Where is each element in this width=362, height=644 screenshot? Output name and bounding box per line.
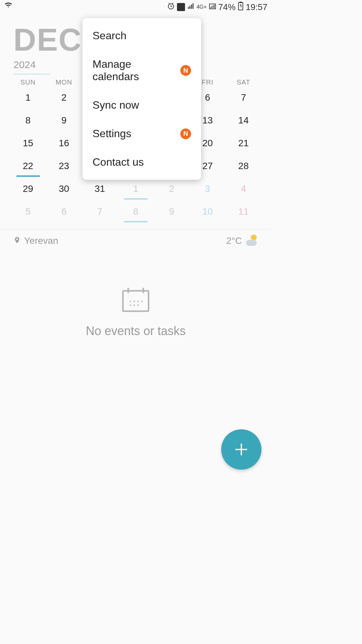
day-header-sun: SUN — [10, 78, 46, 86]
day-cell[interactable]: 8 — [10, 109, 46, 132]
svg-point-7 — [130, 301, 131, 302]
clock-time: 19:57 — [246, 2, 267, 12]
day-underline — [124, 198, 147, 200]
day-number: 10 — [202, 206, 213, 217]
menu-item-search[interactable]: Search — [82, 21, 201, 50]
svg-point-13 — [137, 305, 139, 306]
day-number: 9 — [169, 206, 174, 217]
weather-city: Yerevan — [24, 235, 58, 246]
signal-icon — [187, 2, 194, 12]
svg-rect-2 — [238, 2, 243, 10]
menu-item-label: Manage calendars — [93, 58, 180, 83]
day-cell[interactable]: 6 — [46, 200, 82, 223]
day-number: 29 — [23, 183, 33, 194]
day-cell[interactable]: 4 — [226, 177, 261, 200]
menu-item-label: Contact us — [93, 156, 144, 168]
menu-item-sync-now[interactable]: Sync now — [82, 91, 201, 119]
day-number: 16 — [59, 138, 69, 149]
day-number: 7 — [97, 206, 103, 217]
weather-row[interactable]: Yerevan 2°C — [0, 229, 272, 252]
day-cell[interactable]: 8 — [118, 200, 154, 223]
partly-cloudy-icon — [245, 236, 258, 246]
day-number: 20 — [202, 138, 213, 149]
day-cell[interactable]: 15 — [10, 132, 46, 155]
new-badge: N — [180, 128, 191, 139]
alarm-icon — [167, 2, 175, 12]
header-divider — [13, 74, 50, 74]
day-cell[interactable]: 30 — [46, 177, 82, 200]
add-event-button[interactable] — [221, 429, 261, 470]
day-cell[interactable]: 7 — [226, 86, 261, 109]
day-cell[interactable]: 2 — [154, 177, 190, 200]
day-cell[interactable]: 14 — [226, 109, 261, 132]
day-cell[interactable]: 2 — [46, 86, 82, 109]
menu-item-label: Sync now — [93, 99, 139, 111]
svg-rect-3 — [240, 2, 241, 3]
day-number: 8 — [133, 206, 138, 217]
day-number: 11 — [238, 206, 249, 217]
day-cell[interactable]: 16 — [46, 132, 82, 155]
plus-icon — [233, 441, 250, 458]
location-pin-icon — [13, 235, 21, 246]
day-number: 6 — [205, 92, 210, 103]
day-cell[interactable]: 5 — [10, 200, 46, 223]
day-number: 5 — [25, 206, 31, 217]
overflow-menu: SearchManage calendarsNSync nowSettingsN… — [82, 18, 201, 180]
svg-point-10 — [141, 301, 143, 302]
day-cell[interactable]: 7 — [82, 200, 118, 223]
battery-charging-icon — [238, 2, 244, 13]
menu-item-label: Search — [93, 30, 126, 42]
day-number: 13 — [202, 115, 213, 126]
svg-rect-4 — [123, 291, 149, 311]
day-number: 28 — [238, 161, 249, 171]
day-header-mon: MON — [46, 78, 82, 86]
menu-item-manage-calendars[interactable]: Manage calendarsN — [82, 50, 201, 91]
menu-item-label: Settings — [93, 127, 131, 140]
day-cell[interactable]: 9 — [154, 200, 190, 223]
day-cell[interactable]: 23 — [46, 155, 82, 177]
status-bar: 2 4G+ 74% 19:57 — [0, 0, 272, 14]
day-number: 7 — [241, 92, 246, 103]
empty-text: No events or tasks — [0, 324, 272, 338]
day-cell[interactable]: 1 — [118, 177, 154, 200]
day-number: 14 — [238, 115, 249, 126]
day-number: 2 — [61, 92, 67, 103]
svg-point-12 — [133, 305, 135, 306]
day-cell[interactable]: 11 — [226, 200, 261, 223]
new-badge: N — [180, 65, 191, 76]
signal-icon-2 — [209, 2, 216, 12]
day-number: 21 — [238, 138, 249, 149]
day-number: 23 — [59, 161, 69, 171]
calendar-empty-icon — [121, 286, 151, 315]
day-cell[interactable]: 10 — [190, 200, 226, 223]
day-cell[interactable]: 29 — [10, 177, 46, 200]
svg-point-9 — [137, 301, 139, 302]
day-cell[interactable]: 28 — [226, 155, 261, 177]
day-underline — [16, 175, 40, 177]
day-cell[interactable]: 9 — [46, 109, 82, 132]
day-number: 30 — [59, 183, 69, 194]
day-header-sat: SAT — [226, 78, 261, 86]
day-number: 31 — [95, 183, 105, 194]
day-number: 27 — [202, 161, 213, 171]
svg-point-11 — [130, 305, 131, 306]
day-cell[interactable]: 31 — [82, 177, 118, 200]
day-number: 9 — [61, 115, 67, 126]
sim-badge: 2 — [177, 3, 185, 11]
day-cell[interactable]: 21 — [226, 132, 261, 155]
menu-item-settings[interactable]: SettingsN — [82, 119, 201, 148]
day-underline — [124, 221, 147, 222]
day-number: 2 — [169, 183, 174, 194]
day-cell[interactable]: 3 — [190, 177, 226, 200]
day-number: 1 — [133, 183, 138, 194]
day-number: 1 — [25, 92, 31, 103]
day-number: 4 — [241, 183, 246, 194]
menu-item-contact-us[interactable]: Contact us — [82, 148, 201, 176]
day-cell[interactable]: 1 — [10, 86, 46, 109]
wifi-icon — [4, 2, 13, 13]
day-cell[interactable]: 22 — [10, 155, 46, 177]
day-number: 3 — [205, 183, 210, 194]
day-number: 8 — [25, 115, 31, 126]
network-type: 4G+ — [196, 4, 207, 10]
svg-point-8 — [133, 301, 135, 302]
